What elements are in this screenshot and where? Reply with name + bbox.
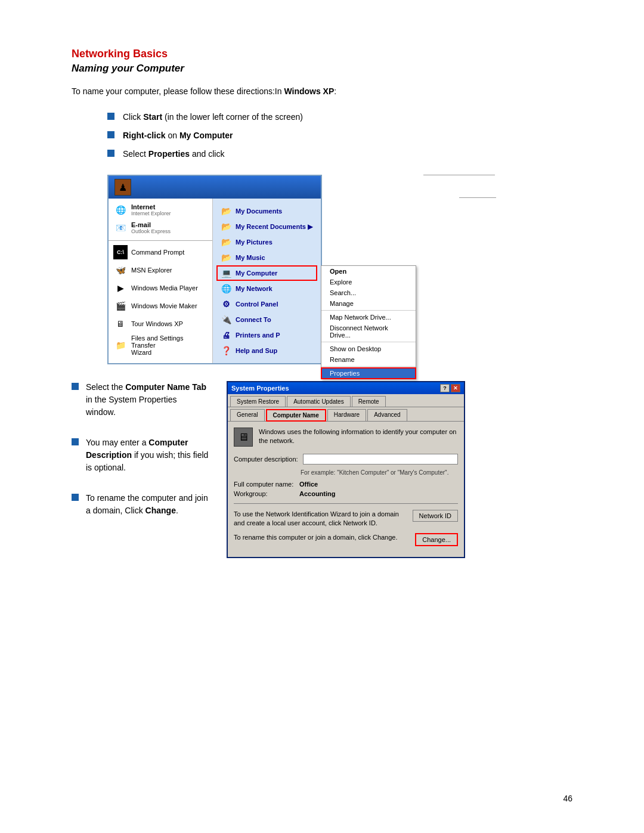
menu-item-internet[interactable]: 🌐 Internet Internet Explorer <box>109 201 212 219</box>
full-name-row: Full computer name: Office <box>234 481 458 488</box>
ctx-explore[interactable]: Explore <box>321 277 416 287</box>
mypics-icon: 📂 <box>220 236 232 248</box>
system-properties-dialog: System Properties ? ✕ System Restore Aut… <box>227 381 465 558</box>
info-text: Windows uses the following information t… <box>259 428 458 446</box>
tab-auto-updates[interactable]: Automatic Updates <box>287 396 351 407</box>
ctx-search[interactable]: Search... <box>321 287 416 298</box>
ctx-showdesktop[interactable]: Show on Desktop <box>321 343 416 354</box>
mydocs-icon: 📂 <box>220 205 232 217</box>
workgroup-value: Accounting <box>299 490 336 497</box>
help-icon: ❓ <box>220 345 232 357</box>
tab-remote[interactable]: Remote <box>352 396 386 407</box>
menu-item-tour[interactable]: 🖥 Tour Windows XP <box>109 315 212 333</box>
internet-icon: 🌐 <box>113 203 128 217</box>
mymusic-icon: 📂 <box>220 252 232 264</box>
right-item-mydocs[interactable]: 📂 My Documents <box>216 203 317 219</box>
bullet-icon-2 <box>107 131 114 138</box>
bottom-bullet-icon-1 <box>72 383 79 390</box>
bottom-bullet-icon-2 <box>72 438 79 445</box>
description-field: Computer description: <box>234 454 458 465</box>
winxp-titlebar-icon: ♟ <box>114 179 131 196</box>
connectto-icon: 🔌 <box>220 314 232 326</box>
mycomputer-icon: 💻 <box>220 267 232 279</box>
wmp-icon: ▶ <box>113 281 128 295</box>
description-hint: For example: "Kitchen Computer" or "Mary… <box>301 469 458 476</box>
full-name-label: Full computer name: <box>234 481 299 488</box>
bullet-item-1: Click Start (in the lower left corner of… <box>107 111 572 123</box>
recent-icon: 📂 <box>220 221 232 233</box>
sys-props-tabs-bottom: General Computer Name Hardware Advanced <box>228 407 464 422</box>
ctx-rename[interactable]: Rename <box>321 354 416 365</box>
description-input[interactable] <box>303 454 458 465</box>
context-menu: Open Explore Search... Manage Map Networ… <box>321 265 416 379</box>
page-number: 46 <box>563 794 572 803</box>
tab-computer-name[interactable]: Computer Name <box>266 409 326 422</box>
change-row: To rename this computer or join a domain… <box>234 533 458 546</box>
controlpanel-icon: ⚙ <box>220 298 232 310</box>
right-item-mycomputer[interactable]: 💻 My Computer <box>216 265 317 281</box>
bullet-item-3: Select Properties and click <box>107 148 572 160</box>
menu-item-cmd[interactable]: C:\ Command Prompt <box>109 243 212 261</box>
section-title: Networking Basics <box>72 48 572 60</box>
menu-item-files[interactable]: 📁 Files and Settings Transfer Wizard <box>109 333 212 358</box>
titlebar-buttons: ? ✕ <box>440 384 460 392</box>
bullet-icon-1 <box>107 113 114 120</box>
change-text: To rename this computer or join a domain… <box>234 533 409 542</box>
bottom-section: Select the Computer Name Tab in the Syst… <box>72 381 572 558</box>
winxp-right-panel: 📂 My Documents 📂 My Recent Documents ▶ 📂… <box>213 199 321 363</box>
right-item-connectto[interactable]: 🔌 Connect To <box>216 312 317 327</box>
bullet-item-2: Right-click on My Computer <box>107 129 572 142</box>
bottom-bullet-2: You may enter a Computer Description if … <box>72 436 209 474</box>
full-name-value: Office <box>299 481 318 488</box>
network-id-button[interactable]: Network ID <box>413 510 458 522</box>
tab-system-restore[interactable]: System Restore <box>230 396 286 407</box>
network-id-row: To use the Network Identification Wizard… <box>234 510 458 528</box>
right-item-mynetwork[interactable]: 🌐 My Network <box>216 281 317 296</box>
section-subtitle: Naming your Computer <box>72 63 572 75</box>
printers-icon: 🖨 <box>220 329 232 341</box>
files-icon: 📁 <box>113 338 128 352</box>
menu-item-msn[interactable]: 🦋 MSN Explorer <box>109 261 212 279</box>
right-item-printers[interactable]: 🖨 Printers and P <box>216 327 317 343</box>
email-icon: 📧 <box>113 221 128 235</box>
bottom-bullets: Select the Computer Name Tab in the Syst… <box>72 381 209 558</box>
menu-item-wmp[interactable]: ▶ Windows Media Player <box>109 279 212 297</box>
bullet-list: Click Start (in the lower left corner of… <box>107 111 572 160</box>
right-item-controlpanel[interactable]: ⚙ Control Panel <box>216 296 317 312</box>
right-item-help[interactable]: ❓ Help and Sup <box>216 343 317 358</box>
bottom-bullet-icon-3 <box>72 494 79 501</box>
ctx-manage[interactable]: Manage <box>321 298 416 309</box>
tab-advanced[interactable]: Advanced <box>367 409 407 421</box>
menu-item-wmm[interactable]: 🎬 Windows Movie Maker <box>109 297 212 315</box>
ctx-disconnet[interactable]: Disconnect Network Drive... <box>321 323 416 340</box>
computer-icon: 🖥 <box>234 428 253 447</box>
tab-general[interactable]: General <box>230 409 265 421</box>
change-button[interactable]: Change... <box>415 533 458 546</box>
right-item-mymusic[interactable]: 📂 My Music <box>216 250 317 265</box>
winxp-titlebar: ♟ <box>109 176 321 199</box>
my-computer-wrapper: 💻 My Computer Open Explore Search... Man… <box>216 265 317 281</box>
bullet-icon-3 <box>107 150 114 157</box>
right-item-recent[interactable]: 📂 My Recent Documents ▶ <box>216 219 317 234</box>
tour-icon: 🖥 <box>113 317 128 331</box>
mynetwork-icon: 🌐 <box>220 283 232 295</box>
wmm-icon: 🎬 <box>113 299 128 313</box>
sys-props-titlebar: System Properties ? ✕ <box>228 382 464 394</box>
winxp-left-panel: 🌐 Internet Internet Explorer 📧 E-mail Ou… <box>109 199 213 363</box>
help-titlebar-btn[interactable]: ? <box>440 384 450 392</box>
bottom-bullet-1: Select the Computer Name Tab in the Syst… <box>72 381 209 419</box>
ctx-mapnet[interactable]: Map Network Drive... <box>321 312 416 323</box>
sys-props-tabs-top: System Restore Automatic Updates Remote <box>228 394 464 407</box>
workgroup-row: Workgroup: Accounting <box>234 490 458 497</box>
close-titlebar-btn[interactable]: ✕ <box>451 384 460 392</box>
winxp-start-menu: ♟ 🌐 Internet Internet Explorer <box>107 175 322 364</box>
bottom-bullet-3: To rename the computer and join a domain… <box>72 492 209 517</box>
sys-props-body: 🖥 Windows uses the following information… <box>228 422 464 557</box>
menu-item-email[interactable]: 📧 E-mail Outlook Express <box>109 219 212 237</box>
winxp-screenshot: ♟ 🌐 Internet Internet Explorer <box>107 175 459 364</box>
description-label: Computer description: <box>234 456 298 463</box>
tab-hardware[interactable]: Hardware <box>327 409 366 421</box>
right-item-mypics[interactable]: 📂 My Pictures <box>216 234 317 250</box>
ctx-open[interactable]: Open <box>321 266 416 277</box>
ctx-properties[interactable]: Properties <box>321 368 416 379</box>
